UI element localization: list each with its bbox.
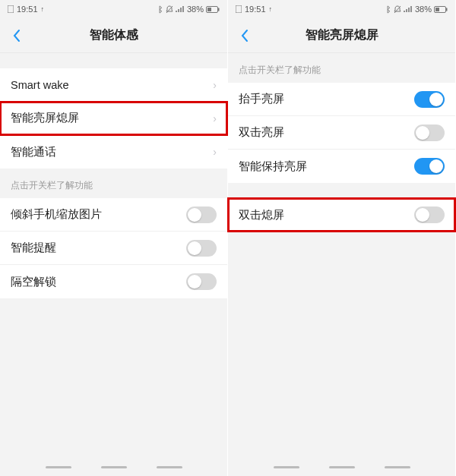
back-button[interactable] xyxy=(8,27,26,45)
toggle[interactable] xyxy=(186,273,217,290)
battery-icon xyxy=(434,6,448,13)
svg-rect-3 xyxy=(218,8,220,11)
toggle[interactable] xyxy=(414,206,445,223)
phone-left: 19:51 ↑ 38% 智能体感 Smart wake › 智能亮屏熄屏 › 智… xyxy=(0,0,228,476)
status-up-icon: ↑ xyxy=(269,5,273,13)
toggle[interactable] xyxy=(414,125,445,141)
signal-icon xyxy=(404,6,413,13)
svg-rect-8 xyxy=(446,8,448,11)
nav-list: Smart wake › 智能亮屏熄屏 › 智能通话 › xyxy=(0,68,227,169)
page-title: 智能亮屏熄屏 xyxy=(228,27,455,43)
row-label: 倾斜手机缩放图片 xyxy=(11,207,102,222)
row-label: 智能通话 xyxy=(11,145,56,159)
section-label: 点击开关栏了解功能 xyxy=(0,169,227,198)
nav-bar: 智能亮屏熄屏 xyxy=(228,18,455,53)
status-time: 19:51 xyxy=(17,5,38,14)
dnd-icon xyxy=(166,5,173,14)
section-label: 点击开关栏了解功能 xyxy=(228,53,455,83)
status-time: 19:51 xyxy=(245,5,266,14)
svg-rect-9 xyxy=(435,8,439,11)
row-label: 隔空解锁 xyxy=(11,275,56,289)
chevron-left-icon xyxy=(12,29,21,43)
row-label: Smart wake xyxy=(11,79,69,91)
battery-icon xyxy=(206,6,220,13)
svg-rect-4 xyxy=(207,8,211,11)
chevron-left-icon xyxy=(240,29,249,43)
toggle[interactable] xyxy=(186,240,217,257)
row-double-tap-off[interactable]: 双击熄屏 xyxy=(228,198,455,232)
row-smart-remind[interactable]: 智能提醒 xyxy=(0,232,227,265)
svg-rect-0 xyxy=(8,5,14,13)
status-up-icon: ↑ xyxy=(41,5,45,13)
home-indicator xyxy=(228,466,455,468)
row-raise-to-wake[interactable]: 抬手亮屏 xyxy=(228,83,455,116)
row-smart-screen[interactable]: 智能亮屏熄屏 › xyxy=(0,102,227,135)
battery-pct: 38% xyxy=(187,5,204,14)
row-air-unlock[interactable]: 隔空解锁 xyxy=(0,265,227,298)
bluetooth-icon xyxy=(157,5,163,14)
phone-right: 19:51 ↑ 38% 智能亮屏熄屏 点击开关栏了解功能 抬手亮屏 双击亮屏 智… xyxy=(228,0,456,476)
row-label: 智能亮屏熄屏 xyxy=(11,111,79,125)
row-smart-wake[interactable]: Smart wake › xyxy=(0,68,227,102)
row-tilt-zoom[interactable]: 倾斜手机缩放图片 xyxy=(0,198,227,232)
sim-icon xyxy=(236,5,242,13)
toggle-group-1: 抬手亮屏 双击亮屏 智能保持亮屏 xyxy=(228,83,455,183)
status-bar: 19:51 ↑ 38% xyxy=(228,0,455,18)
row-smart-keep-on[interactable]: 智能保持亮屏 xyxy=(228,150,455,183)
bluetooth-icon xyxy=(385,5,391,14)
nav-bar: 智能体感 xyxy=(0,18,227,53)
row-label: 双击熄屏 xyxy=(239,208,284,222)
toggle[interactable] xyxy=(414,158,445,175)
page-title: 智能体感 xyxy=(0,27,227,43)
svg-rect-5 xyxy=(236,5,242,13)
row-label: 智能提醒 xyxy=(11,241,56,255)
dnd-icon xyxy=(394,5,401,14)
sim-icon xyxy=(8,5,14,13)
row-smart-call[interactable]: 智能通话 › xyxy=(0,135,227,169)
battery-pct: 38% xyxy=(415,5,432,14)
back-button[interactable] xyxy=(236,27,254,45)
home-indicator xyxy=(0,466,227,468)
row-label: 双击亮屏 xyxy=(239,125,284,140)
chevron-right-icon: › xyxy=(213,112,217,125)
toggle[interactable] xyxy=(414,91,445,108)
row-double-tap-wake[interactable]: 双击亮屏 xyxy=(228,116,455,150)
toggle[interactable] xyxy=(186,206,217,223)
row-label: 抬手亮屏 xyxy=(239,92,284,106)
status-bar: 19:51 ↑ 38% xyxy=(0,0,227,18)
chevron-right-icon: › xyxy=(213,79,217,91)
signal-icon xyxy=(176,6,185,13)
chevron-right-icon: › xyxy=(213,146,217,158)
row-label: 智能保持亮屏 xyxy=(239,159,307,174)
toggle-group-2: 双击熄屏 xyxy=(228,198,455,232)
toggle-list: 倾斜手机缩放图片 智能提醒 隔空解锁 xyxy=(0,198,227,298)
